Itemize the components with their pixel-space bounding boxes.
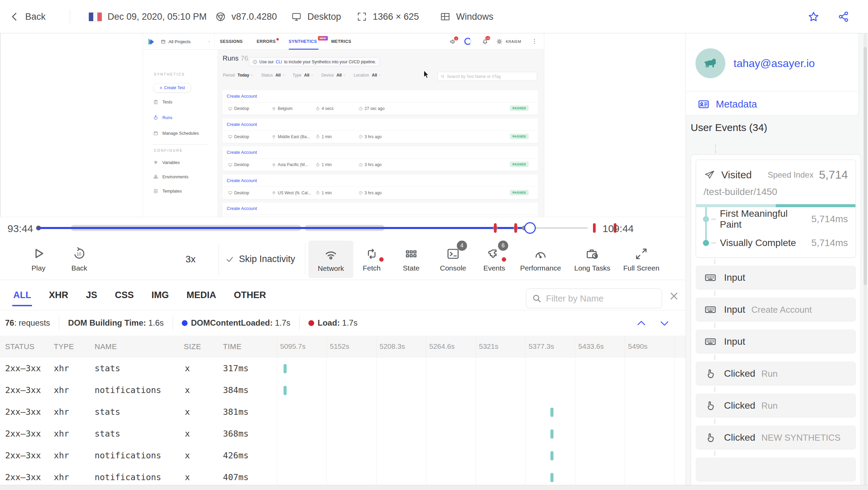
announcements-button[interactable]: 1 xyxy=(449,38,457,45)
sidebar-item-variables[interactable]: Variables xyxy=(153,160,180,165)
kebab-menu-icon[interactable] xyxy=(531,38,538,45)
app-tab-sessions[interactable]: SESSIONS xyxy=(220,33,243,50)
player-topbar: Back Dec 09, 2020, 05:10 PM v87.0.4280 D… xyxy=(0,0,868,33)
speed-button[interactable]: 3x xyxy=(186,239,196,280)
sidebar-item-templates[interactable]: Templates xyxy=(153,189,182,194)
run-card[interactable]: Create Account Desktop Canada (Central..… xyxy=(223,202,538,217)
sidebar-scrollbar-thumb[interactable] xyxy=(864,47,867,285)
cli-link[interactable]: CLI xyxy=(276,60,282,64)
console-panel-button[interactable]: 4 Console xyxy=(432,241,474,278)
network-request-row[interactable]: 2xx–3xx xhr notifications x 384ms xyxy=(0,379,686,401)
run-card[interactable]: Create Account Desktop Middle East (Ba..… xyxy=(223,118,538,143)
run-card[interactable]: Create Account Desktop Asia Pacific (M..… xyxy=(223,146,538,171)
collapse-down-icon[interactable] xyxy=(659,317,670,329)
session-sidebar: tahay@asayer.io Metadata User Events (34… xyxy=(686,33,868,490)
run-location: Asia Pacific (M... xyxy=(272,159,308,171)
network-filter-input[interactable] xyxy=(546,293,648,304)
user-event-card[interactable]: Input xyxy=(696,266,856,290)
back-button[interactable]: Back xyxy=(10,0,46,33)
filter-control[interactable]: Location All xyxy=(354,73,382,78)
replay-stage: All Projects SESSIONS ERRORS SYNTHETICS … xyxy=(143,33,544,217)
network-tab[interactable]: OTHER xyxy=(234,290,266,300)
metadata-button[interactable]: Metadata xyxy=(697,98,757,110)
sidebar-item-tests[interactable]: Tests xyxy=(153,99,172,104)
network-request-row[interactable]: 2xx–3xx xhr notifications x 426ms xyxy=(0,445,686,467)
test-search-box[interactable] xyxy=(437,72,537,81)
filter-control[interactable]: Device All xyxy=(321,73,346,78)
bottom-scrollbar-strip[interactable] xyxy=(0,485,868,490)
run-title-link[interactable]: Create Account xyxy=(223,175,538,187)
visited-event-card[interactable]: Visited Speed Index 5,714 /test-builder/… xyxy=(696,160,856,258)
network-tab[interactable]: CSS xyxy=(115,290,134,300)
plus-icon: + xyxy=(160,85,162,91)
app-tab-metrics[interactable]: METRICS xyxy=(331,33,351,50)
user-event-card[interactable]: Clicked Run xyxy=(696,362,856,386)
user-event-card[interactable] xyxy=(696,458,856,481)
run-title-link[interactable]: Create Account xyxy=(223,146,538,159)
sidebar-item-runs[interactable]: Runs xyxy=(153,115,172,120)
waterfall-bar xyxy=(550,429,553,439)
status-badge: PASSED xyxy=(510,190,529,195)
create-test-button[interactable]: + Create Test xyxy=(153,83,191,93)
network-tab[interactable]: IMG xyxy=(151,290,169,300)
user-event-card[interactable]: Clicked Run xyxy=(696,394,856,418)
network-tab[interactable]: JS xyxy=(86,290,97,300)
org-chart-icon xyxy=(153,174,158,179)
run-title-link[interactable]: Create Account xyxy=(223,118,538,131)
filter-control[interactable]: Status All xyxy=(261,73,285,78)
user-event-card[interactable]: Input Create Account xyxy=(696,298,856,322)
user-email-link[interactable]: tahay@asayer.io xyxy=(734,57,815,70)
app-tab-synthetics[interactable]: SYNTHETICS xyxy=(289,33,317,50)
gear-icon[interactable] xyxy=(496,38,503,45)
close-icon[interactable] xyxy=(668,290,680,302)
run-title-link[interactable]: Create Account xyxy=(223,202,538,215)
playhead-handle[interactable] xyxy=(524,222,536,234)
notifications-button[interactable]: 13 xyxy=(481,38,489,45)
test-search-input[interactable] xyxy=(447,74,529,79)
pin-icon xyxy=(272,163,276,167)
sidebar-item-manage-schedules[interactable]: Manage Schedules xyxy=(153,131,199,136)
collapse-up-icon[interactable] xyxy=(636,317,647,329)
seek-track[interactable] xyxy=(37,217,588,239)
user-event-card[interactable]: Clicked NEW SYNTHETICS xyxy=(696,426,856,450)
timeline-connector xyxy=(715,144,716,148)
network-request-row[interactable]: 2xx–3xx xhr stats x 381ms xyxy=(0,401,686,423)
favorite-button[interactable] xyxy=(807,0,820,33)
skip-inactivity-toggle[interactable]: Skip Inactivity xyxy=(225,239,295,280)
play-button[interactable]: Play xyxy=(18,241,59,277)
run-device: Desktop xyxy=(228,131,249,143)
network-tab[interactable]: MEDIA xyxy=(187,290,216,300)
fetch-panel-button[interactable]: Fetch xyxy=(351,241,392,278)
run-title-link[interactable]: Create Account xyxy=(223,90,538,102)
back-10s-button[interactable]: 10 Back xyxy=(59,241,100,277)
full-screen-button[interactable]: Full Screen xyxy=(617,241,665,278)
metric-row: First Meaningful Paint 5,714ms xyxy=(696,214,848,225)
current-time: 93:44 xyxy=(7,223,33,234)
network-tab[interactable]: ALL xyxy=(13,290,31,300)
user-event-card[interactable]: Input xyxy=(696,330,856,354)
divider xyxy=(219,243,219,275)
network-filter-box[interactable] xyxy=(526,289,662,308)
stopwatch-icon xyxy=(316,134,320,139)
events-panel-button[interactable]: 6 Events xyxy=(474,241,515,278)
filter-control[interactable]: Period Today xyxy=(223,73,254,78)
time-tick: 5377.3s xyxy=(525,336,575,358)
network-request-row[interactable]: 2xx–3xx xhr stats x 368ms xyxy=(0,423,686,445)
performance-panel-button[interactable]: Performance xyxy=(517,241,564,278)
animal-avatar-icon xyxy=(701,54,720,73)
run-card[interactable]: Create Account Desktop US West (N. Cal..… xyxy=(223,175,538,199)
network-tab[interactable]: XHR xyxy=(49,290,68,300)
project-selector[interactable]: All Projects xyxy=(157,33,215,50)
network-request-row[interactable]: 2xx–3xx xhr stats x 317ms xyxy=(0,358,686,379)
state-panel-button[interactable]: State xyxy=(391,241,432,278)
france-flag-icon xyxy=(89,12,102,21)
app-user-name[interactable]: KRAIEM xyxy=(506,39,521,44)
app-tab-errors[interactable]: ERRORS xyxy=(257,33,276,50)
share-button[interactable] xyxy=(837,0,850,33)
network-panel-button[interactable]: Network xyxy=(308,241,353,278)
run-card[interactable]: Create Account Desktop Belgium 4 secs xyxy=(223,90,538,115)
filter-control[interactable]: Type All xyxy=(293,73,314,78)
sidebar-item-environments[interactable]: Environments xyxy=(153,174,188,179)
long-tasks-panel-button[interactable]: Long Tasks xyxy=(568,241,616,278)
clock-icon xyxy=(358,163,363,167)
